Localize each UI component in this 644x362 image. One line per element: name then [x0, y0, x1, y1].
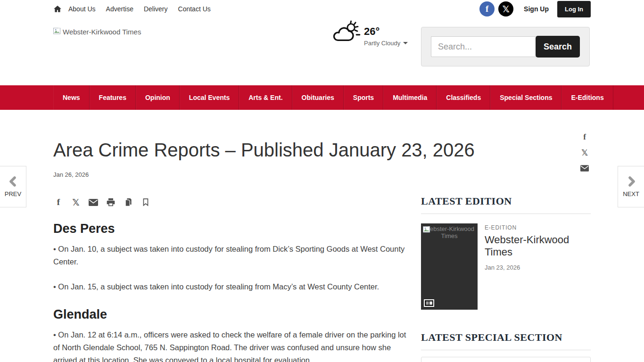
edition-thumbnail[interactable]: Webster-Kirkwood Times — [421, 223, 478, 310]
utility-link-advertise[interactable]: Advertise — [106, 5, 133, 13]
special-section-card[interactable]: Business H — [421, 357, 591, 362]
nav-item-multimedia[interactable]: Multimedia — [383, 85, 437, 110]
x-twitter-icon[interactable]: 𝕏 — [498, 1, 513, 16]
nav-item-sports[interactable]: Sports — [344, 85, 383, 110]
log-in-button[interactable]: Log In — [557, 1, 591, 17]
edition-kicker: E-EDITION — [485, 224, 591, 231]
share-toolbar: f 𝕏 — [53, 197, 411, 207]
next-label: NEXT — [623, 190, 639, 197]
chevron-left-icon — [8, 176, 19, 187]
article-paragraph: • On Jan. 15, a subject was taken into c… — [53, 280, 411, 293]
search-panel: Search — [421, 27, 590, 66]
article-paragraph: • On Jan. 10, a subject was taken into c… — [53, 243, 411, 268]
chevron-right-icon — [626, 176, 637, 187]
share-email-icon[interactable] — [580, 164, 589, 173]
prev-article-button[interactable]: PREV — [0, 166, 26, 207]
nav-item-local-events[interactable]: Local Events — [180, 85, 239, 110]
sidebar: LATEST EDITION Webster-Kirkwood Times E-… — [421, 189, 591, 362]
article-paragraph: • On Jan. 12 at 6:14 a.m., officers were… — [53, 329, 411, 362]
utility-bar: About Us Advertise Delivery Contact Us f… — [0, 0, 644, 18]
content-area: f 𝕏 Area Crime Reports – Published Janua… — [53, 110, 591, 362]
site-logo[interactable]: Webster-Kirkwood Times — [53, 28, 141, 36]
print-icon[interactable] — [106, 197, 116, 207]
share-facebook-icon[interactable]: f — [580, 133, 589, 141]
weather-widget[interactable]: 26° Partly Cloudy — [331, 20, 408, 47]
nav-item-opinion[interactable]: Opinion — [136, 85, 180, 110]
prev-label: PREV — [5, 190, 21, 197]
edition-thumb-alt-text: Webster-Kirkwood Times — [424, 225, 474, 239]
nav-item-obituaries[interactable]: Obituaries — [292, 85, 344, 110]
weather-condition-label: Partly Cloudy — [364, 40, 400, 47]
broken-image-icon — [423, 226, 431, 233]
floating-share-stack: f 𝕏 — [580, 133, 589, 173]
edition-title[interactable]: Webster-Kirkwood Times — [485, 234, 591, 258]
next-article-button[interactable]: NEXT — [618, 166, 644, 207]
article-date: Jan 26, 2026 — [53, 171, 591, 178]
latest-edition-card[interactable]: Webster-Kirkwood Times E-EDITION Webster… — [421, 223, 591, 310]
nav-item-arts-ent[interactable]: Arts & Ent. — [239, 85, 292, 110]
sign-up-link[interactable]: Sign Up — [524, 5, 549, 13]
share-x-icon[interactable]: 𝕏 — [580, 148, 589, 157]
copy-link-icon[interactable] — [123, 197, 133, 207]
nav-item-e-editions[interactable]: E-Editions — [561, 85, 613, 110]
latest-edition-heading: LATEST EDITION — [421, 195, 591, 214]
site-logo-alt-text: Webster-Kirkwood Times — [63, 28, 141, 36]
article-title: Area Crime Reports – Published January 2… — [53, 139, 591, 161]
partly-cloudy-icon — [331, 20, 361, 45]
article-body: f 𝕏 Des Peres • On Jan. 10, a subject wa… — [53, 189, 411, 362]
home-icon[interactable] — [53, 5, 62, 13]
nav-item-special-sections[interactable]: Special Sections — [490, 85, 561, 110]
weather-temperature: 26° — [364, 25, 380, 37]
share-x-icon[interactable]: 𝕏 — [71, 197, 81, 207]
chevron-down-icon — [403, 42, 408, 44]
utility-right-group: f 𝕏 Sign Up Log In — [476, 1, 591, 17]
bookmark-icon[interactable] — [140, 197, 151, 207]
share-email-icon[interactable] — [88, 197, 99, 207]
search-input[interactable] — [431, 36, 537, 57]
facebook-icon[interactable]: f — [479, 1, 495, 16]
main-nav: News Features Opinion Local Events Arts … — [0, 85, 644, 110]
search-button[interactable]: Search — [536, 36, 580, 58]
utility-link-contact[interactable]: Contact Us — [178, 5, 211, 13]
weather-condition[interactable]: Partly Cloudy — [364, 40, 408, 47]
utility-link-about[interactable]: About Us — [68, 5, 96, 13]
nav-item-news[interactable]: News — [53, 85, 90, 110]
broken-image-icon — [53, 28, 61, 35]
share-facebook-icon[interactable]: f — [53, 197, 64, 207]
nav-item-classifieds[interactable]: Classifieds — [437, 85, 490, 110]
section-heading: Des Peres — [53, 222, 411, 236]
masthead: Webster-Kirkwood Times 26° Partly Cloudy — [0, 18, 644, 85]
e-edition-badge-icon — [424, 299, 434, 307]
latest-special-section-heading: LATEST SPECIAL SECTION — [421, 331, 591, 350]
section-heading: Glendale — [53, 307, 411, 322]
utility-link-delivery[interactable]: Delivery — [144, 5, 168, 13]
edition-meta: E-EDITION Webster-Kirkwood Times Jan 23,… — [485, 223, 591, 310]
edition-date: Jan 23, 2026 — [485, 264, 591, 271]
nav-item-features[interactable]: Features — [90, 85, 136, 110]
